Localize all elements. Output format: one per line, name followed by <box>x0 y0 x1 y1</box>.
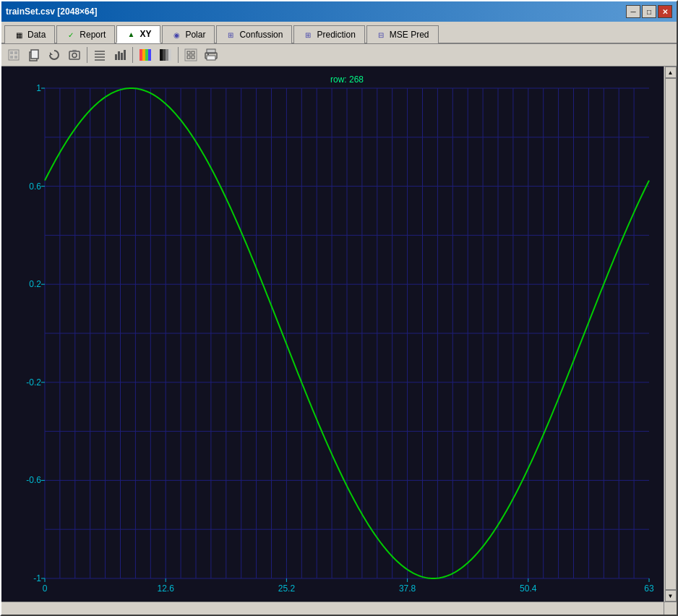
tab-polar[interactable]: ◉ Polar <box>162 25 215 43</box>
chart-wrapper <box>1 67 664 615</box>
svg-rect-15 <box>115 54 117 60</box>
sep3 <box>178 47 179 63</box>
refresh-button[interactable] <box>45 46 64 64</box>
print-icon <box>205 48 218 61</box>
window-title: trainSet.csv [2048×64] <box>6 7 97 17</box>
svg-rect-24 <box>163 49 166 61</box>
scroll-corner <box>664 602 677 615</box>
xy-tab-icon: ▲ <box>126 29 136 39</box>
scroll-down-button[interactable]: ▼ <box>665 590 677 602</box>
svg-rect-6 <box>31 50 38 59</box>
svg-rect-8 <box>69 51 80 59</box>
zoom-icon <box>184 48 197 61</box>
polar-tab-icon: ◉ <box>171 30 181 40</box>
chart-container: ▲ ▼ <box>1 67 677 615</box>
data-tab-icon: ▦ <box>14 30 24 40</box>
home-button[interactable] <box>4 46 23 64</box>
svg-rect-23 <box>160 49 163 61</box>
copy-button[interactable] <box>25 46 43 64</box>
svg-rect-27 <box>185 49 197 61</box>
svg-marker-7 <box>50 52 53 55</box>
svg-rect-35 <box>207 54 209 55</box>
svg-rect-17 <box>121 53 123 60</box>
color-icon <box>139 48 152 61</box>
snapshot-button[interactable] <box>65 46 84 64</box>
scroll-thumb-v[interactable] <box>665 78 677 590</box>
lines-icon <box>93 48 106 61</box>
svg-rect-30 <box>187 56 190 59</box>
bw-button[interactable] <box>156 46 175 64</box>
snapshot-icon <box>68 48 81 61</box>
tab-prediction-label: Prediction <box>317 30 355 40</box>
main-window: trainSet.csv [2048×64] ─ □ ✕ ▦ Data ✓ Re… <box>0 0 678 616</box>
tab-confussion-label: Confussion <box>239 30 283 40</box>
svg-rect-1 <box>10 51 13 54</box>
refresh-icon <box>48 48 61 61</box>
tab-confussion[interactable]: ⊞ Confussion <box>216 25 292 43</box>
tab-polar-label: Polar <box>185 30 205 40</box>
svg-rect-4 <box>14 56 17 59</box>
tab-data-label: Data <box>27 30 46 40</box>
confussion-tab-icon: ⊞ <box>226 30 236 40</box>
tab-xy-label: XY <box>140 29 151 39</box>
svg-rect-29 <box>192 51 194 54</box>
svg-rect-25 <box>166 49 168 61</box>
title-bar-buttons: ─ □ ✕ <box>626 5 672 18</box>
tab-xy[interactable]: ▲ XY <box>116 25 160 43</box>
bw-icon <box>159 48 172 61</box>
minimize-button[interactable]: ─ <box>626 5 640 18</box>
svg-rect-2 <box>14 51 17 54</box>
scroll-up-button[interactable]: ▲ <box>665 67 677 78</box>
close-button[interactable]: ✕ <box>658 5 672 18</box>
sep1 <box>87 47 87 63</box>
scrollbar-vertical[interactable]: ▲ ▼ <box>664 67 677 602</box>
svg-rect-18 <box>124 50 126 60</box>
main-area: ▲ ▼ <box>1 67 677 615</box>
tab-report[interactable]: ✓ Report <box>56 25 115 43</box>
svg-rect-20 <box>142 49 145 61</box>
svg-rect-19 <box>140 49 142 61</box>
report-tab-icon: ✓ <box>66 30 76 40</box>
tab-prediction[interactable]: ⊞ Prediction <box>293 25 364 43</box>
svg-rect-31 <box>192 56 194 59</box>
svg-rect-28 <box>187 51 190 54</box>
print-button[interactable] <box>202 46 220 64</box>
svg-rect-26 <box>168 49 171 61</box>
bars-button[interactable] <box>111 46 129 64</box>
title-bar: trainSet.csv [2048×64] ─ □ ✕ <box>1 1 677 22</box>
home-icon <box>7 48 20 61</box>
toolbar <box>1 44 677 67</box>
maximize-button[interactable]: □ <box>642 5 656 18</box>
svg-rect-22 <box>148 49 151 61</box>
tab-bar: ▦ Data ✓ Report ▲ XY ◉ Polar ⊞ Confussio… <box>1 22 677 44</box>
zoom-button[interactable] <box>181 46 200 64</box>
svg-rect-10 <box>72 50 77 52</box>
copy-icon <box>27 48 40 61</box>
svg-rect-3 <box>10 56 13 59</box>
chart-canvas <box>1 67 664 615</box>
svg-rect-34 <box>207 56 215 60</box>
svg-rect-16 <box>118 51 120 60</box>
color-button[interactable] <box>136 46 155 64</box>
lines-button[interactable] <box>90 46 109 64</box>
svg-point-9 <box>72 54 77 58</box>
tab-msepred[interactable]: ⊟ MSE Pred <box>366 25 439 43</box>
tab-msepred-label: MSE Pred <box>390 30 429 40</box>
mse-tab-icon: ⊟ <box>376 30 386 40</box>
tab-data[interactable]: ▦ Data <box>4 25 55 43</box>
sep2 <box>132 47 133 63</box>
tab-report-label: Report <box>80 30 106 40</box>
svg-rect-21 <box>145 49 148 61</box>
prediction-tab-icon: ⊞ <box>303 30 313 40</box>
scrollbar-horizontal[interactable] <box>1 602 664 615</box>
bars-icon <box>113 48 126 61</box>
